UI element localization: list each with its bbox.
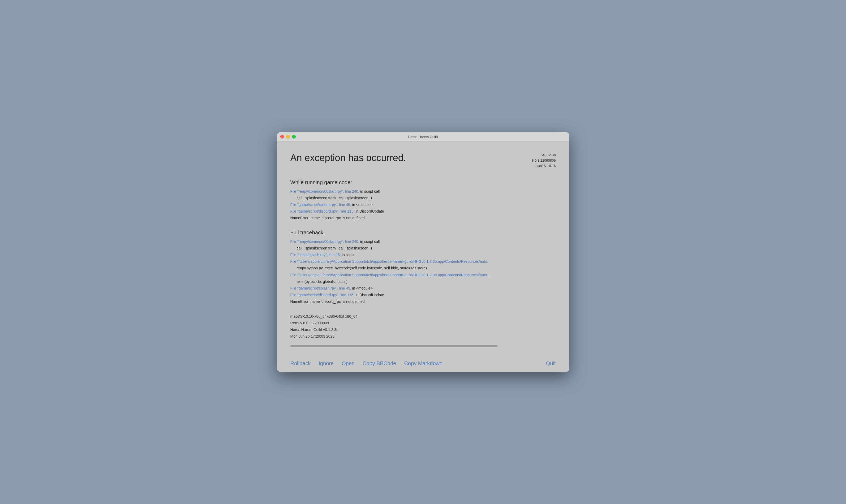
ft-line-5: renpy.python.py_exec_bytecode(self.code.… <box>290 265 556 271</box>
progress-bar-container <box>290 345 556 347</box>
sysinfo-line-4: Mon Jun 26 17:29:03 2023 <box>290 333 556 340</box>
ft-line-3: File "script/splash.rpy", line 15, in sc… <box>290 252 556 258</box>
ft-error: NameError: name 'discord_rpc' is not def… <box>290 298 556 305</box>
progress-bar <box>290 345 498 347</box>
ft-line-1: File "renpy/common/00start.rpy", line 24… <box>290 238 556 245</box>
open-button[interactable]: Open <box>342 360 355 366</box>
wr-line-2: call _splashscreen from _call_splashscre… <box>290 195 556 201</box>
wr-line-3: File "game/script/splash.rpy", line 49, … <box>290 201 556 208</box>
ft-link-4: File "/Users/apple/Library/Application S… <box>290 273 491 277</box>
main-heading: An exception has occurred. <box>290 152 556 163</box>
ft-line-2: call _splashscreen from _call_splashscre… <box>290 245 556 252</box>
sysinfo-line-3: Heros Harem Guild v0.1.2.3b <box>290 326 556 333</box>
sys-info: macOS-10.16-x86_64-i386-64bit x86_64 Ren… <box>290 313 556 340</box>
copy-bbcode-button[interactable]: Copy BBCode <box>363 360 396 366</box>
quit-button[interactable]: Quit <box>546 360 556 366</box>
titlebar: Heros Harem Guild <box>277 132 569 142</box>
copy-markdown-button[interactable]: Copy Markdown <box>404 360 443 366</box>
ft-link-1: File "renpy/common/00start.rpy", line 24… <box>290 239 359 244</box>
wr-error: NameError: name 'discord_rpc' is not def… <box>290 215 556 221</box>
traffic-lights <box>280 135 296 139</box>
wr-line-1: File "renpy/common/00start.rpy", line 24… <box>290 188 556 195</box>
maximize-button[interactable] <box>292 135 296 139</box>
ft-link-2: File "script/splash.rpy", line 15, <box>290 253 341 257</box>
wr-link-2: File "game/script/splash.rpy", line 49, <box>290 202 351 207</box>
ignore-button[interactable]: Ignore <box>319 360 334 366</box>
version-info: v0.1.2.3b 8.0.3.22090809 macOS-10.16 <box>532 152 556 169</box>
rollback-button[interactable]: Rollback <box>290 360 311 366</box>
minimize-button[interactable] <box>286 135 290 139</box>
ft-line-4: File "/Users/apple/Library/Application S… <box>290 258 556 265</box>
footer-buttons: Rollback Ignore Open Copy BBCode Copy Ma… <box>290 360 443 366</box>
ft-link-6: File "game/script/discord.rpy", line 115… <box>290 293 355 297</box>
footer-right: Quit <box>546 360 556 366</box>
version-renpy: 8.0.3.22090809 <box>532 158 556 163</box>
version-os: macOS-10.16 <box>532 163 556 169</box>
ft-line-7: exec(bytecode, globals, locals) <box>290 278 556 285</box>
version-v: v0.1.2.3b <box>532 152 556 158</box>
full-traceback-heading: Full traceback: <box>290 230 556 236</box>
main-window: Heros Harem Guild v0.1.2.3b 8.0.3.220908… <box>277 132 569 372</box>
ft-line-8: File "game/script/splash.rpy", line 49, … <box>290 285 556 292</box>
close-button[interactable] <box>280 135 284 139</box>
window-title: Heros Harem Guild <box>408 135 438 139</box>
wr-link-3: File "game/script/discord.rpy", line 115… <box>290 209 355 213</box>
wr-line-4: File "game/script/discord.rpy", line 115… <box>290 208 556 215</box>
content-area: v0.1.2.3b 8.0.3.22090809 macOS-10.16 An … <box>277 142 569 358</box>
ft-link-3: File "/Users/apple/Library/Application S… <box>290 259 491 264</box>
footer: Rollback Ignore Open Copy BBCode Copy Ma… <box>277 358 569 372</box>
sysinfo-line-2: Ren'Py 8.0.3.22090809 <box>290 320 556 326</box>
ft-line-6: File "/Users/apple/Library/Application S… <box>290 272 556 278</box>
wr-link-1: File "renpy/common/00start.rpy", line 24… <box>290 189 359 194</box>
ft-line-9: File "game/script/discord.rpy", line 115… <box>290 292 556 298</box>
sysinfo-line-1: macOS-10.16-x86_64-i386-64bit x86_64 <box>290 313 556 320</box>
while-running-heading: While running game code: <box>290 179 556 185</box>
while-running-content: File "renpy/common/00start.rpy", line 24… <box>290 188 556 222</box>
ft-link-5: File "game/script/splash.rpy", line 49, <box>290 286 351 290</box>
full-traceback-content: File "renpy/common/00start.rpy", line 24… <box>290 238 556 305</box>
